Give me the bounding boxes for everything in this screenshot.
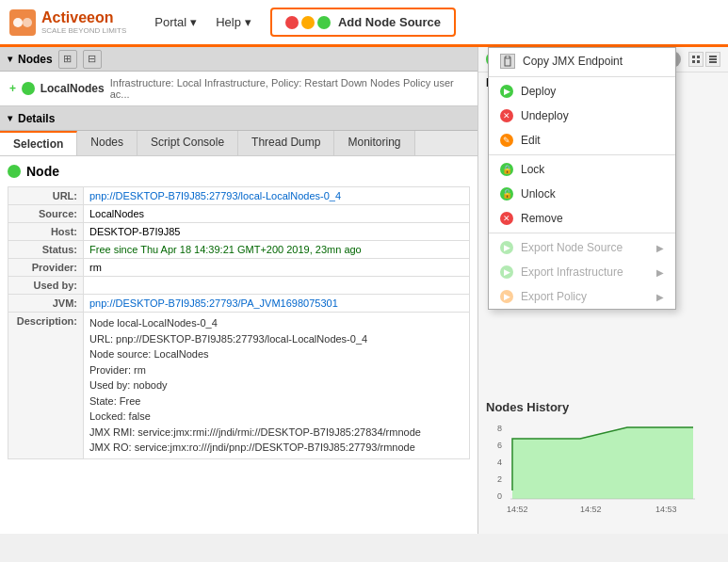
nodes-toggle-icon[interactable]: ▾	[8, 54, 12, 64]
details-header: ▾ Details	[0, 106, 477, 131]
add-node-source-button[interactable]: Add Node Source	[270, 8, 456, 37]
source-value: LocalNodes	[89, 208, 144, 219]
logo-icon	[9, 9, 36, 36]
help-label: Help	[216, 15, 241, 29]
export-node-icon: ▶	[500, 241, 513, 254]
dot-green-icon	[317, 16, 331, 29]
node-info-panel: Node URL: pnp://DESKTOP-B7I9J85:27793/lo…	[0, 156, 477, 534]
url-value[interactable]: pnp://DESKTOP-B7I9J85:27793/local-LocalN…	[89, 190, 341, 201]
expand-button[interactable]: ⊞	[58, 50, 77, 69]
host-value: DESKTOP-B7I9J85	[89, 226, 180, 237]
ctx-deploy[interactable]: ▶ Deploy	[489, 79, 675, 104]
left-panel: ▾ Nodes ⊞ ⊟ + LocalNodes Infrastructure:…	[0, 47, 478, 534]
svg-text:4: 4	[497, 458, 502, 467]
svg-rect-4	[692, 60, 695, 63]
node-info-table: URL: pnp://DESKTOP-B7I9J85:27793/local-L…	[8, 186, 470, 459]
nodes-history-title: Nodes History	[486, 400, 720, 414]
table-icon[interactable]	[705, 52, 720, 67]
node-status-icon	[22, 82, 35, 95]
svg-rect-8	[709, 61, 717, 63]
ctx-lock[interactable]: 🔒 Lock	[489, 157, 675, 182]
logo-sub: SCALE BEYOND LIMITS	[41, 26, 126, 35]
ctx-remove[interactable]: ✕ Remove	[489, 206, 675, 231]
svg-point-1	[23, 18, 32, 27]
nodes-history-chart: 8 6 4 2 0 14:52 14:52 14:53	[486, 420, 703, 523]
top-right-icons	[688, 52, 720, 67]
url-label: URL:	[8, 187, 84, 205]
ctx-edit[interactable]: ✎ Edit	[489, 128, 675, 153]
clipboard-icon	[500, 54, 515, 69]
traffic-light-icon	[285, 16, 331, 29]
tab-monitoring[interactable]: Monitoring	[334, 131, 414, 155]
help-button[interactable]: Help ▾	[206, 10, 261, 34]
view-icon[interactable]	[688, 52, 704, 67]
remove-label: Remove	[521, 212, 563, 225]
ctx-copy-jmx[interactable]: Copy JMX Endpoint	[489, 48, 675, 74]
node-status-dot	[8, 165, 21, 178]
table-row-description: Description: Node local-LocalNodes-0_4 U…	[8, 313, 470, 459]
dot-red-icon	[285, 16, 299, 29]
export-policy-label: Export Policy	[521, 290, 587, 303]
svg-rect-5	[697, 60, 700, 63]
description-label: Description:	[8, 313, 84, 459]
svg-text:14:52: 14:52	[580, 505, 602, 514]
table-row-provider: Provider: rm	[8, 259, 470, 277]
undeploy-label: Undeploy	[521, 109, 569, 122]
tabs-bar: Selection Nodes Script Console Thread Du…	[0, 131, 477, 156]
svg-text:6: 6	[497, 441, 502, 450]
status-value: Free since Thu Apr 18 14:39:21 GMT+200 2…	[89, 244, 362, 255]
svg-rect-3	[697, 56, 700, 58]
jvm-value[interactable]: pnp://DESKTOP-B7I9J85:27793/PA_JVM169807…	[89, 297, 338, 309]
used-by-label: Used by:	[8, 277, 84, 295]
tab-nodes[interactable]: Nodes	[77, 131, 138, 155]
lock-label: Lock	[521, 163, 544, 176]
tab-selection[interactable]: Selection	[0, 131, 77, 155]
ctx-export-node: ▶ Export Node Source ▶	[489, 235, 675, 260]
status-label: Status:	[8, 241, 84, 259]
details-toggle-icon[interactable]: ▾	[8, 113, 12, 123]
help-chevron-icon: ▾	[245, 15, 251, 29]
add-icon: +	[9, 82, 16, 95]
undeploy-icon: ✕	[500, 109, 513, 122]
table-row-source: Source: LocalNodes	[8, 205, 470, 223]
ctx-unlock[interactable]: 🔓 Unlock	[489, 182, 675, 206]
svg-text:2: 2	[497, 474, 502, 484]
export-infra-arrow: ▶	[656, 267, 664, 278]
nodes-section-label: Nodes	[18, 53, 53, 66]
svg-rect-10	[506, 56, 510, 58]
logo: Activeeon SCALE BEYOND LIMITS	[9, 9, 126, 36]
collapse-button[interactable]: ⊟	[83, 50, 102, 69]
node-title: Node	[8, 164, 470, 179]
svg-rect-2	[692, 56, 695, 58]
logo-name: Activeeon	[41, 9, 113, 25]
tab-thread-dump[interactable]: Thread Dump	[238, 131, 334, 155]
header: Activeeon SCALE BEYOND LIMITS Portal ▾ H…	[0, 0, 728, 47]
source-label: Source:	[8, 205, 84, 223]
edit-icon: ✎	[500, 134, 513, 147]
export-policy-icon: ▶	[500, 290, 513, 303]
node-desc: Infrastructure: Local Infrastructure, Po…	[110, 77, 468, 100]
svg-rect-6	[709, 56, 717, 57]
right-panel: Nodes Stat Copy JMX Endpoint ▶ Deploy ✕ …	[478, 47, 728, 534]
ctx-export-policy: ▶ Export Policy ▶	[489, 284, 675, 309]
svg-rect-7	[709, 58, 717, 60]
node-name: LocalNodes	[40, 82, 105, 95]
ctx-undeploy[interactable]: ✕ Undeploy	[489, 104, 675, 128]
ctx-export-infra: ▶ Export Infrastructure ▶	[489, 260, 675, 284]
nodes-section: ▾ Nodes ⊞ ⊟ + LocalNodes Infrastructure:…	[0, 47, 477, 106]
table-row-host: Host: DESKTOP-B7I9J85	[8, 223, 470, 241]
deploy-icon: ▶	[500, 85, 513, 98]
svg-text:0: 0	[497, 491, 502, 501]
node-list-item[interactable]: + LocalNodes Infrastructure: Local Infra…	[0, 72, 477, 105]
portal-button[interactable]: Portal ▾	[145, 10, 206, 34]
table-row-used-by: Used by:	[8, 277, 470, 295]
tab-script-console[interactable]: Script Console	[138, 131, 238, 155]
svg-text:14:53: 14:53	[655, 505, 677, 514]
portal-label: Portal	[154, 15, 186, 29]
ctx-separator-3	[489, 233, 675, 233]
export-node-arrow: ▶	[656, 243, 664, 253]
provider-value: rm	[89, 262, 102, 273]
lock-icon: 🔒	[500, 163, 513, 176]
description-value: Node local-LocalNodes-0_4 URL: pnp://DES…	[89, 315, 463, 456]
context-menu: Copy JMX Endpoint ▶ Deploy ✕ Undeploy ✎ …	[488, 47, 676, 310]
